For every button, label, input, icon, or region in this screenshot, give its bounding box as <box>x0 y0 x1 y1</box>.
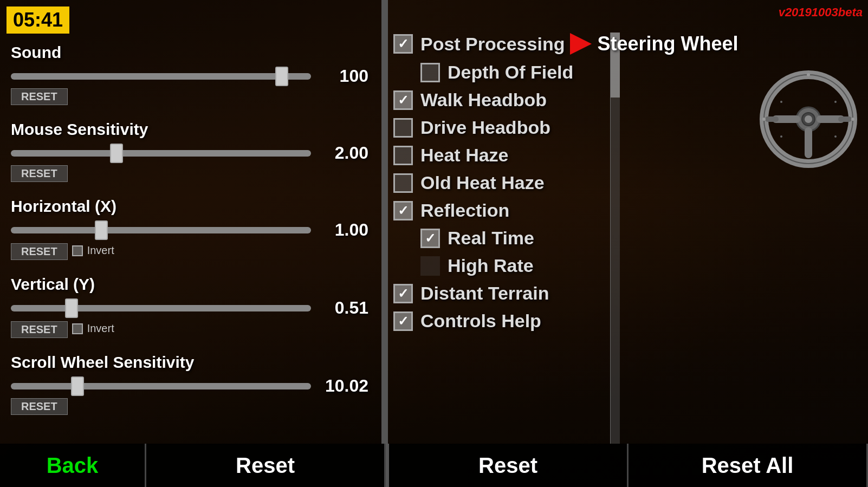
scroll-wheel-slider-thumb[interactable] <box>71 376 84 396</box>
drive-headbob-label: Drive Headbob <box>420 117 550 138</box>
real-time-checkbox[interactable] <box>420 229 440 248</box>
horizontal-x-slider-track[interactable] <box>11 227 311 233</box>
real-time-label: Real Time <box>448 228 534 249</box>
post-processing-label: Post Processing <box>420 34 565 55</box>
drive-headbob-row[interactable]: Drive Headbob <box>393 117 805 138</box>
scroll-wheel-label: Scroll Wheel Sensitivity <box>11 353 368 372</box>
scroll-wheel-reset-button[interactable]: RESET <box>11 398 68 415</box>
post-processing-arrow-icon <box>570 33 592 55</box>
horizontal-x-value: 1.00 <box>320 220 368 240</box>
svg-point-11 <box>851 118 854 121</box>
scroll-wheel-slider-track[interactable] <box>11 383 311 389</box>
reflection-row[interactable]: Reflection <box>393 200 805 221</box>
high-rate-checkbox[interactable] <box>420 256 440 276</box>
distant-terrain-row[interactable]: Distant Terrain <box>393 283 805 304</box>
vertical-y-slider-row: 0.51 <box>11 298 368 318</box>
reset-all-button[interactable]: Reset All <box>629 444 868 487</box>
reset-right-button[interactable]: Reset <box>386 444 629 487</box>
right-settings-panel: Post Processing Steering Wheel Depth Of … <box>393 33 805 338</box>
horizontal-x-invert-label: Invert <box>87 244 114 257</box>
real-time-row[interactable]: Real Time <box>393 228 805 249</box>
horizontal-x-invert-checkbox[interactable] <box>72 245 83 256</box>
vertical-y-slider-track[interactable] <box>11 305 311 311</box>
sound-reset-button[interactable]: RESET <box>11 88 68 105</box>
back-button[interactable]: Back <box>0 444 146 487</box>
sound-slider-thumb[interactable] <box>275 67 288 86</box>
controls-help-label: Controls Help <box>420 310 541 332</box>
steering-wheel-label: Steering Wheel <box>597 33 738 55</box>
panel-divider <box>385 0 388 487</box>
heat-haze-label: Heat Haze <box>420 145 509 166</box>
mouse-sensitivity-setting: Mouse Sensitivity 2.00 RESET <box>11 120 368 182</box>
timer: 05:41 <box>7 7 69 34</box>
post-processing-row[interactable]: Post Processing Steering Wheel <box>393 33 805 55</box>
steering-wheel-display <box>760 70 857 170</box>
version-label: v20191003beta <box>779 5 863 20</box>
post-processing-checkbox[interactable] <box>393 34 413 54</box>
reflection-label: Reflection <box>420 200 509 221</box>
vertical-y-invert-checkbox[interactable] <box>72 323 83 334</box>
mouse-sensitivity-slider-track[interactable] <box>11 150 311 157</box>
horizontal-x-label: Horizontal (X) <box>11 197 368 216</box>
vertical-y-value: 0.51 <box>320 298 368 318</box>
old-heat-haze-checkbox[interactable] <box>393 173 413 193</box>
scroll-wheel-slider-row: 10.02 <box>11 376 368 396</box>
vertical-y-invert-label: Invert <box>87 322 114 335</box>
bottom-bar: Back Reset Reset Reset All <box>0 444 868 487</box>
walk-headbob-label: Walk Headbob <box>420 89 547 111</box>
svg-point-16 <box>834 135 837 138</box>
depth-of-field-checkbox[interactable] <box>420 63 440 82</box>
old-heat-haze-label: Old Heat Haze <box>420 172 545 193</box>
vertical-y-label: Vertical (Y) <box>11 275 368 294</box>
drive-headbob-checkbox[interactable] <box>393 118 413 138</box>
high-rate-row[interactable]: High Rate <box>393 255 805 276</box>
horizontal-x-slider-thumb[interactable] <box>95 220 108 240</box>
mouse-sensitivity-label: Mouse Sensitivity <box>11 120 368 139</box>
controls-help-checkbox[interactable] <box>393 311 413 331</box>
distant-terrain-label: Distant Terrain <box>420 283 549 304</box>
old-heat-haze-row[interactable]: Old Heat Haze <box>393 172 805 193</box>
sound-value: 100 <box>320 66 368 86</box>
steering-wheel-icon <box>760 70 857 168</box>
heat-haze-checkbox[interactable] <box>393 146 413 165</box>
walk-headbob-checkbox[interactable] <box>393 90 413 110</box>
svg-point-10 <box>807 73 810 76</box>
horizontal-x-reset-button[interactable]: RESET <box>11 243 68 260</box>
sound-label: Sound <box>11 43 368 62</box>
horizontal-x-controls: RESET Invert <box>11 241 368 260</box>
vertical-y-controls: RESET Invert <box>11 319 368 338</box>
depth-of-field-row[interactable]: Depth Of Field <box>393 62 805 83</box>
mouse-sensitivity-reset-button[interactable]: RESET <box>11 165 68 182</box>
distant-terrain-checkbox[interactable] <box>393 284 413 303</box>
sound-slider-row: 100 <box>11 66 368 86</box>
high-rate-label: High Rate <box>448 255 534 276</box>
scroll-wheel-setting: Scroll Wheel Sensitivity 10.02 RESET <box>11 353 368 415</box>
walk-headbob-row[interactable]: Walk Headbob <box>393 89 805 111</box>
svg-point-4 <box>805 115 812 123</box>
vertical-y-slider-thumb[interactable] <box>65 298 78 318</box>
horizontal-x-slider-row: 1.00 <box>11 220 368 240</box>
svg-point-13 <box>780 101 782 103</box>
reset-left-button[interactable]: Reset <box>146 444 386 487</box>
sound-slider-track[interactable] <box>11 73 311 80</box>
scroll-wheel-value: 10.02 <box>320 376 368 396</box>
vertical-y-setting: Vertical (Y) 0.51 RESET Invert <box>11 275 368 338</box>
mouse-sensitivity-slider-thumb[interactable] <box>110 144 123 163</box>
mouse-sensitivity-value: 2.00 <box>320 143 368 163</box>
svg-point-12 <box>762 118 766 121</box>
depth-of-field-label: Depth Of Field <box>448 62 573 83</box>
sound-setting: Sound 100 RESET <box>11 43 368 105</box>
left-settings-panel: Sound 100 RESET Mouse Sensitivity 2.00 R… <box>11 43 368 430</box>
svg-point-15 <box>780 135 782 138</box>
svg-point-14 <box>834 101 837 103</box>
reflection-checkbox[interactable] <box>393 201 413 220</box>
controls-help-row[interactable]: Controls Help <box>393 310 805 332</box>
mouse-sensitivity-slider-row: 2.00 <box>11 143 368 163</box>
horizontal-x-setting: Horizontal (X) 1.00 RESET Invert <box>11 197 368 260</box>
vertical-y-reset-button[interactable]: RESET <box>11 321 68 338</box>
heat-haze-row[interactable]: Heat Haze <box>393 145 805 166</box>
